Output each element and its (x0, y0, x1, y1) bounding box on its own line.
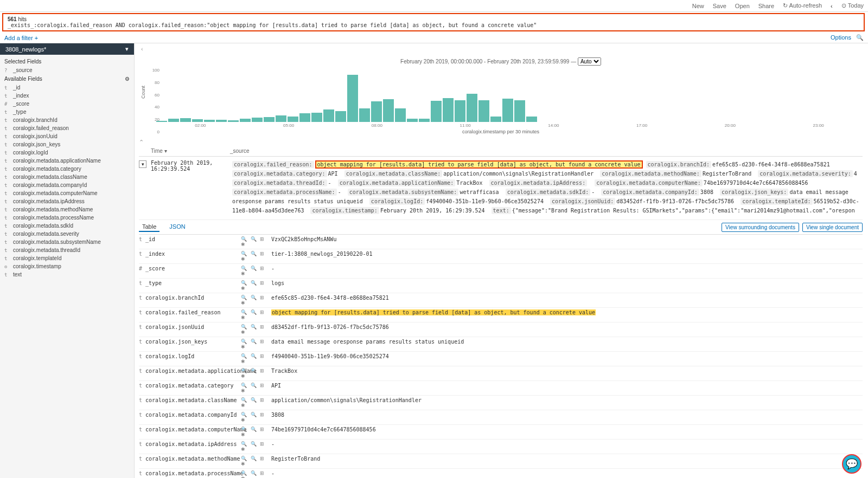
histogram-bar[interactable] (180, 118, 191, 122)
histogram-bar[interactable] (359, 108, 370, 122)
histogram-bar[interactable] (240, 119, 251, 122)
field-item[interactable]: tcoralogix.metadata.threadId (4, 246, 130, 254)
field-item[interactable]: tcoralogix.branchId (4, 116, 130, 124)
nav-new[interactable]: New (692, 3, 704, 9)
view-single-button[interactable]: View single document (802, 223, 863, 232)
histogram-bar[interactable] (395, 108, 406, 122)
nav-prev-icon[interactable]: ‹ (831, 3, 833, 9)
histogram-bar[interactable] (252, 118, 263, 122)
options-link[interactable]: Options (831, 34, 851, 41)
histogram-bar[interactable] (216, 120, 227, 122)
histogram-bar[interactable] (204, 120, 215, 122)
histogram-bar[interactable] (514, 100, 525, 122)
histogram-bar[interactable] (288, 117, 298, 122)
field-action-icons[interactable]: 🔍 🔍 ⊞ ✱ (241, 236, 271, 247)
field-item[interactable]: tcoralogix.metadata.ipAddress (4, 197, 130, 205)
field-item[interactable]: tcoralogix.metadata.category (4, 165, 130, 173)
field-action-icons[interactable]: 🔍 🔍 ⊞ ✱ (241, 470, 271, 478)
histogram-bar[interactable] (490, 117, 501, 122)
histogram-bar[interactable] (371, 101, 382, 122)
index-pattern-selector[interactable]: 3808_newlogs*▾ (0, 43, 134, 55)
scale-select[interactable]: Auto (578, 57, 601, 66)
histogram-bar[interactable] (455, 100, 465, 122)
field-action-icons[interactable]: 🔍 🔍 ⊞ ✱ (241, 427, 271, 437)
gear-icon[interactable]: ⚙ (125, 76, 130, 82)
histogram-bar[interactable] (478, 100, 489, 122)
query-bar[interactable]: 561 hits _exists_:coralogix.failed_reaso… (2, 13, 865, 31)
histogram-bar[interactable] (299, 113, 310, 122)
histogram-bar[interactable] (323, 109, 334, 122)
add-filter[interactable]: Add a filter + (4, 35, 38, 41)
field-item[interactable]: tcoralogix.metadata.companyId (4, 181, 130, 189)
field-action-icons[interactable]: 🔍 🔍 ⊞ ✱ (241, 441, 271, 452)
histogram-bar[interactable] (467, 94, 477, 122)
chat-icon[interactable]: 💬 (842, 454, 861, 474)
nav-save[interactable]: Save (713, 3, 726, 9)
field-action-icons[interactable]: 🔍 🔍 ⊞ ✱ (241, 324, 271, 335)
field-item[interactable]: tcoralogix.json_keys (4, 140, 130, 148)
histogram-bar[interactable] (156, 121, 167, 122)
histogram-bar[interactable] (276, 115, 286, 122)
histogram-bar[interactable] (431, 101, 442, 122)
field-item[interactable]: tcoralogix.metadata.methodName (4, 205, 130, 214)
nav-timerange[interactable]: ⊙ Today (841, 2, 864, 9)
histogram-bar[interactable] (443, 98, 454, 122)
field-item[interactable]: t_type (4, 108, 130, 116)
field-item[interactable]: tcoralogix.metadata.processName (4, 214, 130, 222)
search-icon[interactable]: 🔍 (856, 34, 864, 41)
query-input[interactable]: _exists_:coralogix.failed_reason AND cor… (8, 22, 859, 28)
field-item[interactable]: tcoralogix.metadata.className (4, 173, 130, 181)
histogram-bar[interactable] (347, 75, 358, 122)
field-item[interactable]: tcoralogix.metadata.subsystemName (4, 238, 130, 246)
field-item[interactable]: tcoralogix.metadata.applicationName (4, 157, 130, 165)
view-surrounding-button[interactable]: View surrounding documents (722, 223, 799, 232)
field-item[interactable]: tcoralogix.logId (4, 148, 130, 157)
field-action-icons[interactable]: 🔍 🔍 ⊞ ✱ (241, 397, 271, 408)
field-item[interactable]: tcoralogix.metadata.severity (4, 230, 130, 238)
field-action-icons[interactable]: 🔍 🔍 ⊞ ✱ (241, 353, 271, 364)
field-action-icons[interactable]: 🔍 🔍 ⊞ ✱ (241, 383, 271, 393)
histogram-bar[interactable] (526, 117, 537, 122)
nav-autorefresh[interactable]: ↻ Auto-refresh (783, 2, 822, 9)
field-item[interactable]: ⊙coralogix.timestamp (4, 262, 130, 270)
histogram-bar[interactable] (502, 99, 513, 122)
scroll-up-icon[interactable]: ⌃ (139, 139, 863, 146)
histogram-bar[interactable] (192, 119, 203, 122)
nav-share[interactable]: Share (758, 3, 774, 9)
field-action-icons[interactable]: 🔍 🔍 ⊞ ✱ (241, 309, 271, 320)
field-item[interactable]: t_index (4, 92, 130, 100)
histogram-chart[interactable] (139, 68, 863, 122)
tab-table[interactable]: Table (139, 222, 159, 232)
tab-json[interactable]: JSON (166, 222, 188, 232)
histogram-bar[interactable] (383, 99, 394, 122)
col-source[interactable]: _source (230, 148, 863, 154)
field-item[interactable]: tcoralogix.templateId (4, 254, 130, 262)
histogram-bar[interactable] (228, 120, 239, 122)
field-item[interactable]: ?_source (4, 66, 130, 74)
field-action-icons[interactable]: 🔍 🔍 ⊞ ✱ (241, 339, 271, 350)
histogram-bar[interactable] (264, 117, 275, 122)
field-action-icons[interactable]: 🔍 🔍 ⊞ ✱ (241, 412, 271, 423)
field-action-icons[interactable]: 🔍 🔍 ⊞ ✱ (241, 280, 271, 291)
field-item[interactable]: t_id (4, 83, 130, 92)
field-action-icons[interactable]: 🔍 🔍 ⊞ ✱ (241, 266, 271, 276)
field-item[interactable]: tcoralogix.failed_reason (4, 124, 130, 132)
field-action-icons[interactable]: 🔍 🔍 ⊞ ✱ (241, 295, 271, 306)
field-item[interactable]: ttext (4, 270, 130, 279)
histogram-bar[interactable] (419, 119, 430, 122)
field-item[interactable]: #_score (4, 100, 130, 108)
field-action-icons[interactable]: 🔍 🔍 ⊞ ✱ (241, 368, 271, 379)
collapse-sidebar-icon[interactable]: ‹ (139, 46, 145, 52)
histogram-bar[interactable] (168, 119, 179, 122)
col-time[interactable]: Time ▾ (139, 148, 224, 154)
histogram-bar[interactable] (311, 113, 322, 122)
histogram-bar[interactable] (407, 119, 418, 122)
field-action-icons[interactable]: 🔍 🔍 ⊞ ✱ (241, 251, 271, 262)
field-item[interactable]: tcoralogix.metadata.computerName (4, 189, 130, 197)
field-item[interactable]: tcoralogix.jsonUuid (4, 132, 130, 140)
histogram-bar[interactable] (335, 111, 346, 122)
field-item[interactable]: tcoralogix.metadata.sdkId (4, 222, 130, 230)
field-action-icons[interactable]: 🔍 🔍 ⊞ ✱ (241, 456, 271, 467)
nav-open[interactable]: Open (735, 3, 750, 9)
expand-toggle[interactable]: ▾ (139, 160, 146, 168)
